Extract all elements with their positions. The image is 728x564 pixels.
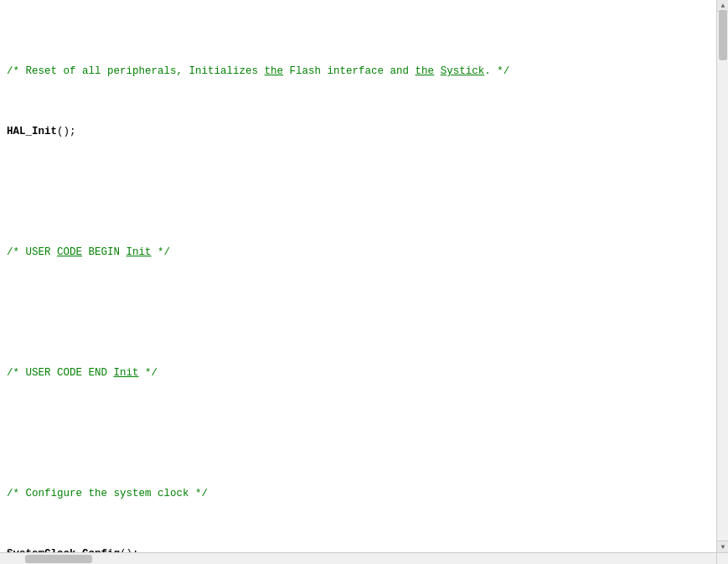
line-8: /* Configure the system clock */	[7, 486, 728, 501]
line-6: /* USER CODE END Init */	[7, 365, 728, 380]
line-2: HAL_Init();	[7, 124, 728, 139]
line-3	[7, 184, 728, 199]
code-content: /* Reset of all peripherals, Initializes…	[0, 0, 728, 564]
horizontal-scrollbar[interactable]	[0, 552, 716, 564]
vertical-scrollbar[interactable]: ▲ ▼	[716, 0, 728, 564]
scrollbar-corner	[717, 552, 728, 564]
line-1: /* Reset of all peripherals, Initializes…	[7, 64, 728, 79]
line-4: /* USER CODE BEGIN Init */	[7, 245, 728, 260]
scrollbar-down-arrow[interactable]: ▼	[717, 541, 728, 552]
editor-container: /* Reset of all peripherals, Initializes…	[0, 0, 728, 564]
line-5	[7, 305, 728, 320]
line-7	[7, 426, 728, 441]
code-area[interactable]: /* Reset of all peripherals, Initializes…	[0, 0, 728, 564]
vertical-scrollbar-thumb[interactable]	[719, 10, 727, 60]
horizontal-scrollbar-thumb[interactable]	[25, 555, 92, 563]
